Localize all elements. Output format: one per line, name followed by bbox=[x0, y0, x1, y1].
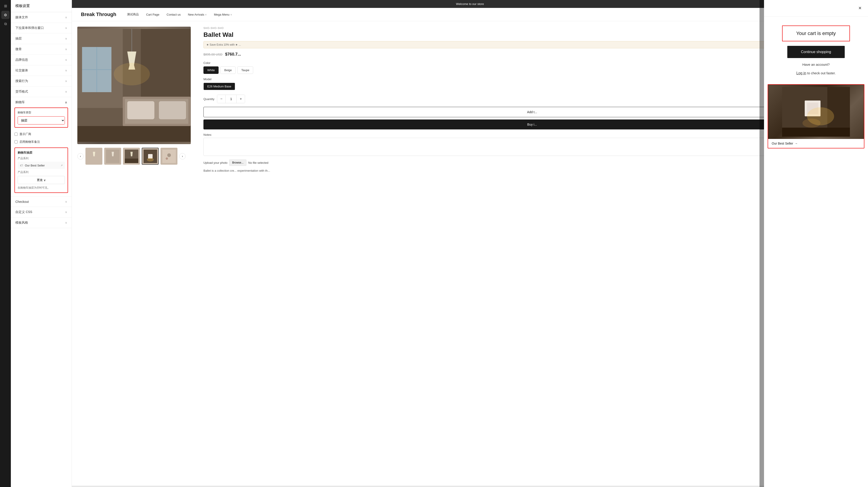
cart-drawer-title: 购物车抽层 bbox=[18, 151, 65, 155]
thumbnail-3[interactable] bbox=[123, 148, 140, 165]
edit-button[interactable]: 更改 ∨ bbox=[18, 176, 65, 184]
store-topbar: Welcome to our store bbox=[72, 0, 868, 8]
external-link-icon: ↗ bbox=[61, 164, 63, 167]
thumbnail-5[interactable] bbox=[160, 148, 178, 165]
thumb-next-button[interactable]: › bbox=[179, 153, 186, 160]
chevron-icon: ∨ bbox=[65, 48, 67, 51]
product-area: White ‹ bbox=[72, 21, 868, 486]
cart-type-select[interactable]: 抽层 bbox=[18, 117, 65, 124]
chevron-icon: ∨ bbox=[65, 79, 67, 83]
product-item-label: Our Best Seller bbox=[25, 164, 45, 167]
thumbnail-1[interactable] bbox=[86, 148, 102, 165]
svg-rect-16 bbox=[159, 101, 186, 119]
cart-empty-box: Your cart is empty bbox=[782, 26, 850, 41]
quantity-decrease-button[interactable]: − bbox=[217, 95, 225, 103]
cart-drawer: ✕ Your cart is empty Continue shopping H… bbox=[764, 0, 868, 487]
cart-overlay: ✕ Your cart is empty Continue shopping H… bbox=[760, 0, 868, 487]
nav-test-products[interactable]: 测试商品 bbox=[127, 12, 139, 17]
nav-mega-menu[interactable]: Mega Menu ∨ bbox=[214, 13, 232, 16]
quantity-increase-button[interactable]: + bbox=[237, 95, 245, 103]
nav-cart-page[interactable]: Cart Page bbox=[146, 13, 159, 16]
color-white-button[interactable]: White bbox=[204, 66, 219, 74]
chevron-icon: ∨ bbox=[65, 69, 67, 72]
sidebar-item-badge[interactable]: 微章 ∨ bbox=[11, 44, 72, 55]
settings-nav-icon[interactable]: ⚙ bbox=[1, 11, 9, 19]
enable-notes-checkbox[interactable] bbox=[14, 140, 18, 143]
thumbnail-4[interactable] bbox=[142, 148, 159, 165]
product-series-item: 🏷 Our Best Seller ↗ bbox=[18, 162, 65, 169]
close-icon: ✕ bbox=[858, 6, 862, 11]
grid-nav-icon[interactable]: ⊞ bbox=[1, 2, 9, 10]
sidebar-item-currency[interactable]: 货币格式 ∨ bbox=[11, 87, 72, 97]
nav-arrow-icon: ∨ bbox=[205, 13, 207, 16]
drawer-hint: 在购物车抽层为空时可见。 bbox=[18, 186, 65, 190]
show-vendor-label: 显示厂商 bbox=[20, 132, 31, 136]
quantity-control: − + bbox=[217, 95, 245, 103]
chevron-icon: ∨ bbox=[65, 58, 67, 61]
color-beige-button[interactable]: Beige bbox=[220, 66, 236, 74]
thumbnail-row: ‹ bbox=[77, 148, 191, 165]
color-taupe-button[interactable]: Taupe bbox=[237, 66, 253, 74]
quantity-label: Quantity bbox=[204, 97, 214, 101]
sidebar-item-custom-css[interactable]: 自定义 CSS ∨ bbox=[11, 207, 72, 218]
chevron-icon: ∨ bbox=[65, 90, 67, 93]
thumbnail-2[interactable] bbox=[104, 148, 121, 165]
cart-product-label[interactable]: Our Best Seller → bbox=[768, 139, 864, 148]
product-images: White ‹ bbox=[72, 21, 196, 486]
sidebar-item-search[interactable]: 搜索行为 ∨ bbox=[11, 76, 72, 87]
nav-new-arrivals[interactable]: New Arrivals ∨ bbox=[188, 13, 207, 16]
login-link[interactable]: Log in bbox=[796, 71, 806, 75]
upload-label: Upload your photo bbox=[204, 161, 227, 164]
blocks-nav-icon[interactable]: ⧉ bbox=[1, 20, 9, 28]
store-logo[interactable]: Break Through bbox=[81, 11, 116, 18]
continue-shopping-button[interactable]: Continue shopping bbox=[787, 46, 844, 58]
cart-section: 购物车 ∧ 购物车类型 抽层 显示厂商 启用购物车备注 bbox=[11, 97, 72, 197]
cart-product-arrow-icon: → bbox=[795, 142, 798, 145]
no-file-label: No file selected bbox=[248, 161, 268, 164]
cart-product-image bbox=[768, 85, 864, 139]
login-row: Log in to check out faster. bbox=[796, 71, 836, 75]
browse-button[interactable]: Browse... bbox=[229, 160, 246, 166]
icon-sidebar: ⊞ ⚙ ⧉ bbox=[0, 0, 11, 487]
sidebar-item-drawer[interactable]: 抽层 ∨ bbox=[11, 33, 72, 44]
cart-product-scene-svg bbox=[782, 87, 850, 137]
cart-section-label: 购物车 bbox=[16, 100, 25, 104]
enable-notes-label: 启用购物车备注 bbox=[20, 140, 40, 144]
sidebar-item-brand[interactable]: 品牌信息 ∨ bbox=[11, 55, 72, 65]
nav-contact[interactable]: Contact us bbox=[166, 13, 181, 16]
chevron-icon: ∨ bbox=[65, 200, 67, 203]
sidebar-item-template-style[interactable]: 模板风格 ∨ bbox=[11, 218, 72, 228]
cart-product-name: Our Best Seller bbox=[772, 142, 793, 145]
model-e26-button[interactable]: E26 Medium Base bbox=[204, 83, 235, 90]
svg-point-29 bbox=[167, 153, 171, 157]
original-price: $895.00 USD bbox=[204, 53, 222, 56]
cart-section-header[interactable]: 购物车 ∧ bbox=[11, 97, 72, 107]
have-account-row: Have an account? bbox=[802, 63, 830, 67]
topbar-text: Welcome to our store bbox=[456, 2, 484, 6]
sidebar-item-social[interactable]: 社交媒体 ∨ bbox=[11, 65, 72, 76]
cart-empty-section: Your cart is empty Continue shopping Hav… bbox=[764, 17, 868, 84]
cart-close-button[interactable]: ✕ bbox=[856, 4, 864, 12]
cart-content: 购物车类型 抽层 显示厂商 启用购物车备注 购物车抽层 产品系列 bbox=[11, 107, 72, 196]
svg-rect-15 bbox=[127, 101, 154, 119]
show-vendor-checkbox[interactable] bbox=[14, 133, 18, 136]
product-scene-svg bbox=[78, 29, 191, 142]
main-product-image: White bbox=[77, 27, 191, 144]
svg-point-36 bbox=[802, 119, 820, 128]
discount-text: ★ Save Extra 10% with ★ ... bbox=[206, 43, 241, 46]
svg-point-27 bbox=[147, 158, 154, 162]
quantity-input[interactable] bbox=[225, 95, 237, 103]
store-nav: Break Through 测试商品 Cart Page Contact us … bbox=[72, 8, 868, 21]
settings-sidebar: 模板设置 媒体文件 ∨ 下拉菜单和弹出窗口 ∨ 抽层 ∨ 微章 ∨ 品牌信息 ∨… bbox=[11, 0, 72, 487]
thumb-prev-button[interactable]: ‹ bbox=[77, 153, 84, 160]
sidebar-item-media[interactable]: 媒体文件 ∨ bbox=[11, 12, 72, 23]
store-preview: Welcome to our store Break Through 测试商品 … bbox=[72, 0, 868, 487]
sidebar-item-dropdown[interactable]: 下拉菜单和弹出窗口 ∨ bbox=[11, 23, 72, 33]
svg-point-9 bbox=[114, 63, 150, 86]
enable-notes-row: 启用购物车备注 bbox=[14, 138, 68, 146]
nav-arrow-icon: ∨ bbox=[230, 13, 232, 16]
svg-rect-37 bbox=[782, 128, 850, 137]
sidebar-item-checkout[interactable]: Checkout ∨ bbox=[11, 197, 72, 207]
sidebar-title: 模板设置 bbox=[16, 4, 30, 8]
chevron-up-icon: ∧ bbox=[65, 100, 67, 104]
